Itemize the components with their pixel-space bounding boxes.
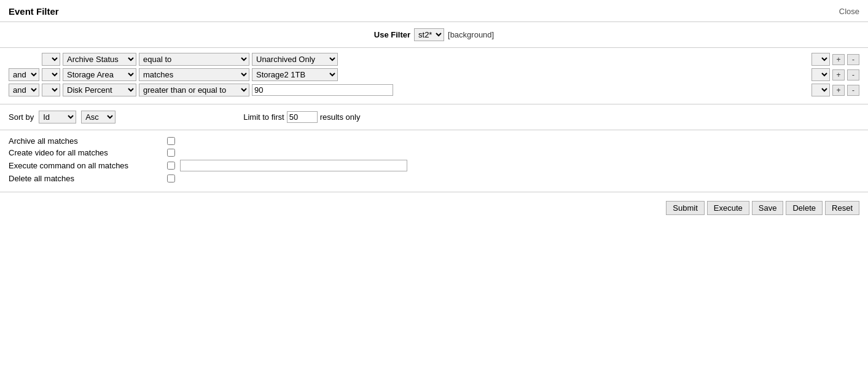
row3-connector-select[interactable]: and or — [9, 84, 39, 96]
close-button[interactable]: Close — [839, 7, 859, 16]
row3-group-select[interactable] — [42, 84, 60, 96]
row1-field-select[interactable]: Archive Status — [63, 53, 136, 66]
row2-add-button[interactable]: + — [832, 69, 845, 80]
row1-remove-button[interactable]: - — [847, 54, 859, 65]
delete-label: Delete all matches — [9, 174, 162, 183]
filter-rows-section: Archive Status equal to not equal to mat… — [0, 48, 868, 104]
archive-label: Archive all matches — [9, 136, 162, 146]
row3-remove-button[interactable]: - — [847, 85, 859, 96]
actions-section: Archive all matches Create video for all… — [0, 130, 868, 192]
filter-row-1: Archive Status equal to not equal to mat… — [9, 53, 859, 66]
limit-input[interactable] — [287, 111, 318, 123]
background-label: [background] — [448, 30, 494, 39]
video-label: Create video for all matches — [9, 148, 162, 157]
delete-action-row: Delete all matches — [9, 174, 859, 183]
execute-action-row: Execute command on all matches — [9, 160, 859, 171]
delete-checkbox[interactable] — [167, 174, 175, 182]
archive-action-row: Archive all matches — [9, 136, 859, 146]
sort-label: Sort by — [9, 112, 34, 122]
row3-value-input[interactable] — [252, 84, 393, 96]
execute-command-input[interactable] — [180, 160, 407, 171]
limit-label: Limit to first — [243, 112, 284, 122]
row2-connector-select[interactable]: and or — [9, 68, 39, 81]
execute-label: Execute command on all matches — [9, 161, 162, 170]
reset-button[interactable]: Reset — [825, 201, 859, 215]
row2-value-select[interactable]: Storage2 1TB Storage1 — [252, 68, 338, 81]
use-filter-section: Use Filter st2* [background] — [0, 22, 868, 48]
save-button[interactable]: Save — [752, 201, 784, 215]
execute-button[interactable]: Execute — [707, 201, 749, 215]
submit-button[interactable]: Submit — [666, 201, 704, 215]
filter-row-3: and or Disk Percent equal to not equal t… — [9, 84, 859, 96]
sort-direction-select[interactable]: Asc Desc — [81, 111, 115, 123]
archive-checkbox[interactable] — [167, 137, 175, 145]
row3-add-button[interactable]: + — [832, 85, 845, 96]
row2-group-select[interactable] — [42, 68, 60, 81]
sort-field-select[interactable]: Id Name Date Size — [39, 111, 76, 123]
row1-add-button[interactable]: + — [832, 54, 845, 65]
row1-group2-select[interactable] — [811, 53, 830, 66]
sort-section: Sort by Id Name Date Size Asc Desc Limit… — [0, 104, 868, 130]
row3-field-select[interactable]: Disk Percent — [63, 84, 136, 96]
row2-field-select[interactable]: Storage Area — [63, 68, 136, 81]
row1-value-select[interactable]: Unarchived Only Archived Only All — [252, 53, 338, 66]
limit-suffix: results only — [320, 112, 361, 122]
row1-group-select[interactable] — [42, 53, 60, 66]
page-title: Event Filter — [9, 6, 59, 17]
row2-remove-button[interactable]: - — [847, 69, 859, 80]
row1-operator-select[interactable]: equal to not equal to matches greater th… — [139, 53, 249, 66]
filter-row-2: and or Storage Area equal to not equal t… — [9, 68, 859, 81]
video-checkbox[interactable] — [167, 149, 175, 157]
use-filter-label: Use Filter — [374, 30, 410, 39]
row2-operator-select[interactable]: equal to not equal to matches greater th… — [139, 68, 249, 81]
row3-operator-select[interactable]: equal to not equal to matches greater th… — [139, 84, 249, 96]
video-action-row: Create video for all matches — [9, 148, 859, 157]
row2-group2-select[interactable] — [811, 68, 830, 81]
submit-section: Submit Execute Save Delete Reset — [0, 192, 868, 224]
delete-button[interactable]: Delete — [786, 201, 823, 215]
execute-checkbox[interactable] — [167, 162, 175, 170]
limit-section: Limit to first results only — [243, 111, 360, 123]
row3-group2-select[interactable] — [811, 84, 830, 96]
page-header: Event Filter Close — [0, 0, 868, 22]
use-filter-select[interactable]: st2* — [414, 28, 444, 41]
